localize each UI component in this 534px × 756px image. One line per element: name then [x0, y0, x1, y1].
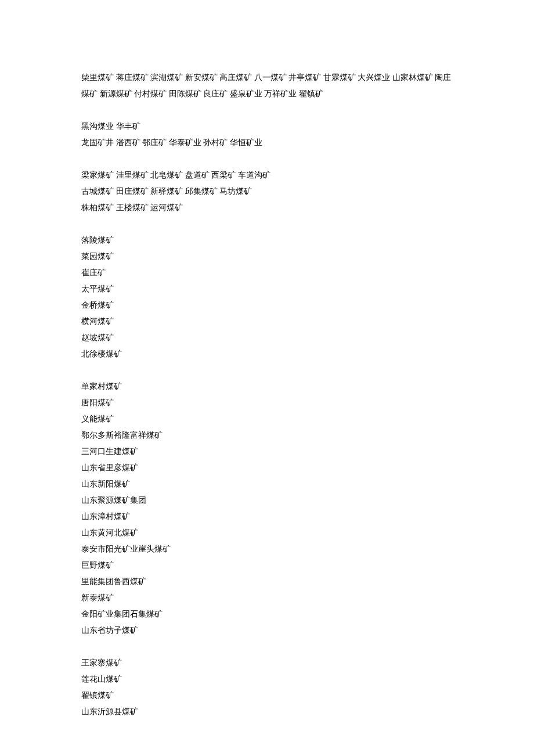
text-block: 单家村煤矿唐阳煤矿义能煤矿鄂尔多斯裕隆富祥煤矿三河口生建煤矿山东省里彦煤矿山东新… [81, 379, 453, 639]
document-body: 柴里煤矿 蒋庄煤矿 滨湖煤矿 新安煤矿 高庄煤矿 八一煤矿 井亭煤矿 甘霖煤矿 … [81, 70, 453, 720]
text-line: 莲花山煤矿 [81, 671, 453, 687]
text-line: 里能集团鲁西煤矿 [81, 574, 453, 590]
text-line: 山东省里彦煤矿 [81, 460, 453, 476]
text-block: 黑沟煤业 华丰矿龙固矿井 潘西矿 鄂庄矿 华泰矿业 孙村矿 华恒矿业 [81, 118, 453, 151]
text-line: 黑沟煤业 华丰矿 [81, 118, 453, 135]
text-line: 古城煤矿 田庄煤矿 新驿煤矿 邱集煤矿 马坊煤矿 [81, 183, 453, 200]
text-block: 柴里煤矿 蒋庄煤矿 滨湖煤矿 新安煤矿 高庄煤矿 八一煤矿 井亭煤矿 甘霖煤矿 … [81, 70, 453, 102]
text-line: 龙固矿井 潘西矿 鄂庄矿 华泰矿业 孙村矿 华恒矿业 [81, 135, 453, 151]
text-line: 唐阳煤矿 [81, 395, 453, 411]
text-line: 山东黄河北煤矿 [81, 525, 453, 541]
text-line: 株柏煤矿 王楼煤矿 运河煤矿 [81, 200, 453, 216]
text-line: 山东省坊子煤矿 [81, 622, 453, 639]
text-line: 山东新阳煤矿 [81, 476, 453, 492]
text-line: 菜园煤矿 [81, 249, 453, 265]
text-line: 太平煤矿 [81, 281, 453, 297]
text-line: 三河口生建煤矿 [81, 444, 453, 460]
text-block: 落陵煤矿菜园煤矿崔庄矿太平煤矿金桥煤矿横河煤矿赵坡煤矿北徐楼煤矿 [81, 232, 453, 362]
text-block: 梁家煤矿 洼里煤矿 北皂煤矿 盘道矿 西梁矿 车道沟矿古城煤矿 田庄煤矿 新驿煤… [81, 167, 453, 216]
text-line: 梁家煤矿 洼里煤矿 北皂煤矿 盘道矿 西梁矿 车道沟矿 [81, 167, 453, 183]
text-line: 山东聚源煤矿集团 [81, 492, 453, 509]
text-line: 落陵煤矿 [81, 232, 453, 249]
text-line: 山东沂源县煤矿 [81, 704, 453, 720]
text-line: 北徐楼煤矿 [81, 346, 453, 362]
text-line: 新泰煤矿 [81, 590, 453, 606]
text-line: 单家村煤矿 [81, 379, 453, 395]
text-line: 崔庄矿 [81, 265, 453, 281]
text-line: 翟镇煤矿 [81, 687, 453, 704]
text-line: 山东漳村煤矿 [81, 509, 453, 525]
text-line: 鄂尔多斯裕隆富祥煤矿 [81, 427, 453, 444]
text-line: 巨野煤矿 [81, 557, 453, 574]
text-line: 横河煤矿 [81, 314, 453, 330]
text-line: 王家寨煤矿 [81, 655, 453, 671]
text-line: 赵坡煤矿 [81, 330, 453, 346]
text-line: 金阳矿业集团石集煤矿 [81, 606, 453, 622]
text-line: 义能煤矿 [81, 411, 453, 427]
text-line: 金桥煤矿 [81, 297, 453, 314]
text-line: 泰安市阳光矿业崖头煤矿 [81, 541, 453, 557]
text-line: 柴里煤矿 蒋庄煤矿 滨湖煤矿 新安煤矿 高庄煤矿 八一煤矿 井亭煤矿 甘霖煤矿 … [81, 70, 453, 102]
text-block: 王家寨煤矿莲花山煤矿翟镇煤矿山东沂源县煤矿 [81, 655, 453, 720]
